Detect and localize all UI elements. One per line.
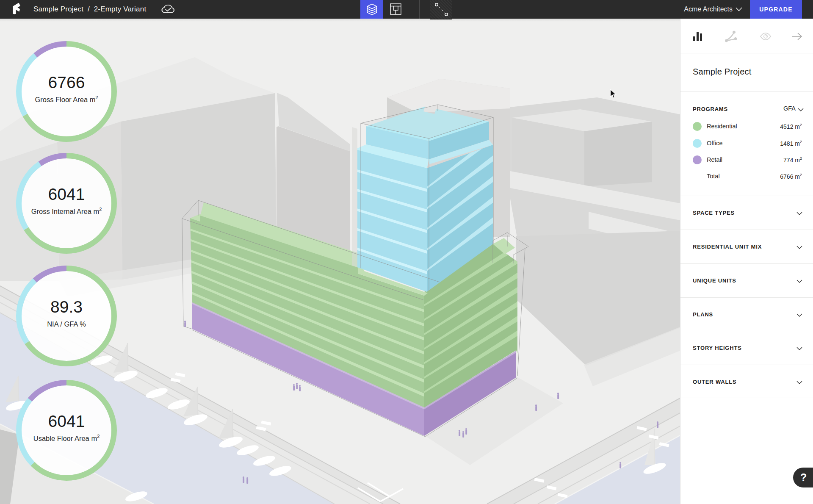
svg-text:NIA / GFA %: NIA / GFA % [47,320,86,328]
svg-text:Gross Internal Area m2: Gross Internal Area m2 [31,207,102,215]
svg-text:89.3: 89.3 [50,298,83,316]
svg-text:Gross Floor Area m2: Gross Floor Area m2 [35,95,98,103]
svg-text:6766: 6766 [48,73,85,91]
svg-text:6041: 6041 [48,185,85,203]
svg-text:6041: 6041 [48,412,85,430]
svg-text:Usable Floor Area m2: Usable Floor Area m2 [33,434,100,442]
